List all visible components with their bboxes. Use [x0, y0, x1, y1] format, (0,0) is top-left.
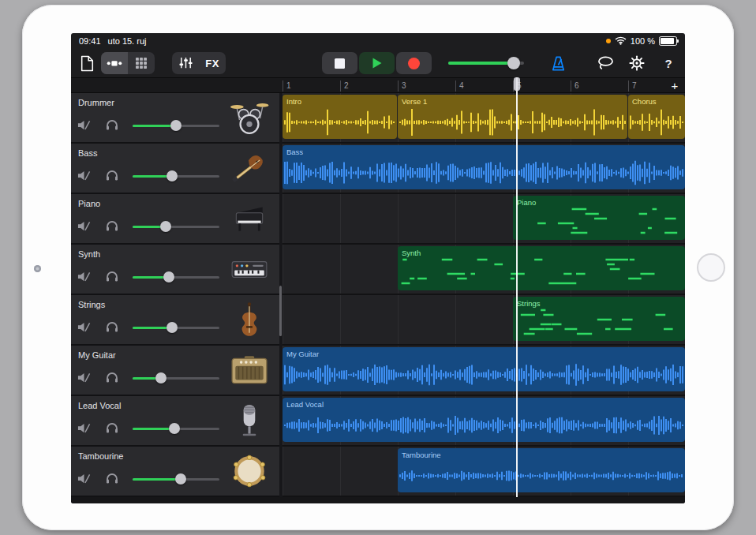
region-intro[interactable]: Intro	[283, 95, 397, 139]
headphones-solo-icon[interactable]	[106, 220, 118, 234]
control-bar: FX	[71, 49, 685, 77]
track-lane[interactable]: Synth	[283, 245, 685, 294]
stop-icon	[335, 58, 345, 69]
headphones-solo-icon[interactable]	[106, 170, 118, 184]
volume-knob[interactable]	[167, 170, 178, 181]
track-header[interactable]: Bass	[71, 144, 279, 193]
volume-knob[interactable]	[169, 423, 180, 434]
measure-label: 2	[340, 80, 349, 92]
region-synth[interactable]: Synth	[398, 246, 685, 290]
region-tambourine[interactable]: Tambourine	[398, 448, 685, 492]
guitar-amp-icon[interactable]	[229, 351, 270, 389]
volume-slider[interactable]	[133, 120, 219, 131]
track-lane[interactable]: Tambourine	[283, 447, 685, 496]
measure-label: 7	[628, 80, 637, 92]
mute-icon[interactable]	[77, 119, 91, 133]
mute-icon[interactable]	[77, 321, 91, 335]
mute-icon[interactable]	[77, 422, 91, 436]
track-header[interactable]: My Guitar	[71, 346, 279, 395]
measure-ruler[interactable]: 1 2 3 4 5 6 7 +	[71, 77, 685, 93]
master-volume-slider[interactable]	[448, 62, 524, 65]
live-loops-button[interactable]	[128, 52, 155, 74]
headphones-solo-icon[interactable]	[106, 271, 118, 285]
track-header[interactable]: Piano	[71, 194, 279, 243]
track-row-bass: Bass Bass	[71, 144, 685, 194]
track-lane[interactable]: Intro Verse 1 Chorus	[283, 93, 685, 142]
region-chorus[interactable]: Chorus	[628, 95, 685, 139]
grand-piano-icon[interactable]	[229, 200, 270, 238]
track-header[interactable]: Drummer	[71, 93, 279, 142]
region-piano[interactable]: Piano	[513, 196, 685, 240]
bass-guitar-icon[interactable]	[229, 149, 270, 187]
volume-knob[interactable]	[167, 322, 178, 333]
volume-knob[interactable]	[163, 271, 174, 282]
playhead[interactable]	[516, 77, 518, 497]
volume-slider[interactable]	[133, 372, 219, 383]
volume-knob[interactable]	[170, 120, 182, 131]
volume-knob[interactable]	[160, 221, 171, 232]
mute-icon[interactable]	[77, 220, 91, 234]
track-lane[interactable]: Lead Vocal	[283, 396, 685, 445]
metronome-button[interactable]	[548, 52, 568, 74]
mute-icon[interactable]	[77, 271, 91, 285]
record-button[interactable]	[396, 52, 432, 74]
volume-slider[interactable]	[133, 221, 219, 232]
region-label: Tambourine	[402, 451, 441, 459]
track-name: Synth	[78, 249, 100, 259]
headphones-solo-icon[interactable]	[106, 372, 118, 386]
vertical-scrollbar[interactable]	[279, 286, 282, 336]
headphones-solo-icon[interactable]	[106, 473, 118, 487]
track-header[interactable]: Lead Vocal	[71, 396, 279, 445]
volume-knob[interactable]	[155, 372, 167, 383]
region-verse-1[interactable]: Verse 1	[398, 95, 627, 139]
track-lane[interactable]: Piano	[283, 194, 685, 243]
microphone-icon[interactable]	[229, 402, 270, 440]
headphones-solo-icon[interactable]	[106, 321, 118, 335]
region-lead-vocal[interactable]: Lead Vocal	[283, 398, 685, 442]
volume-slider[interactable]	[133, 322, 219, 333]
play-button[interactable]	[359, 52, 395, 74]
home-button[interactable]	[697, 253, 725, 282]
help-button[interactable]: ?	[658, 52, 679, 74]
mute-icon[interactable]	[77, 170, 91, 184]
fx-button[interactable]: FX	[199, 52, 226, 74]
region-bass[interactable]: Bass	[283, 145, 685, 189]
track-controls-button[interactable]	[172, 52, 199, 74]
region-strings[interactable]: Strings	[513, 297, 685, 341]
mute-icon[interactable]	[77, 473, 91, 487]
violin-icon[interactable]	[229, 301, 270, 339]
track-lane[interactable]: Strings	[283, 295, 685, 344]
track-header[interactable]: Tambourine	[71, 447, 279, 496]
volume-slider[interactable]	[133, 473, 219, 484]
track-header[interactable]: Strings	[71, 295, 279, 344]
track-lane[interactable]: My Guitar	[283, 346, 685, 395]
volume-slider[interactable]	[133, 170, 219, 181]
playhead-handle[interactable]	[514, 77, 520, 91]
drums-icon[interactable]	[229, 99, 270, 137]
track-lane[interactable]: Bass	[283, 144, 685, 193]
track-header[interactable]: Synth	[71, 245, 279, 294]
slider-knob[interactable]	[507, 57, 520, 69]
add-measures-button[interactable]: +	[668, 79, 681, 92]
loop-browser-button[interactable]	[595, 52, 616, 74]
my-songs-button[interactable]	[77, 52, 96, 74]
mute-icon[interactable]	[77, 372, 91, 386]
volume-knob[interactable]	[175, 473, 186, 484]
region-my-guitar[interactable]: My Guitar	[283, 347, 685, 391]
headphones-solo-icon[interactable]	[106, 119, 118, 133]
track-name: Strings	[78, 300, 105, 309]
help-label: ?	[664, 57, 672, 70]
date: uto 15. ruj	[108, 36, 147, 46]
settings-button[interactable]	[627, 52, 647, 74]
stop-button[interactable]	[322, 52, 357, 74]
track-row-synth: Synth Synth	[71, 245, 685, 295]
synthesizer-icon[interactable]	[229, 250, 270, 288]
volume-slider[interactable]	[133, 271, 219, 282]
headphones-solo-icon[interactable]	[106, 422, 118, 436]
loop-lasso-icon	[597, 56, 614, 69]
tambourine-icon[interactable]	[229, 452, 270, 490]
tracks-view-button[interactable]	[101, 52, 128, 74]
volume-slider[interactable]	[133, 423, 219, 434]
region-label: Intro	[286, 97, 301, 106]
region-label: Bass	[286, 148, 303, 156]
